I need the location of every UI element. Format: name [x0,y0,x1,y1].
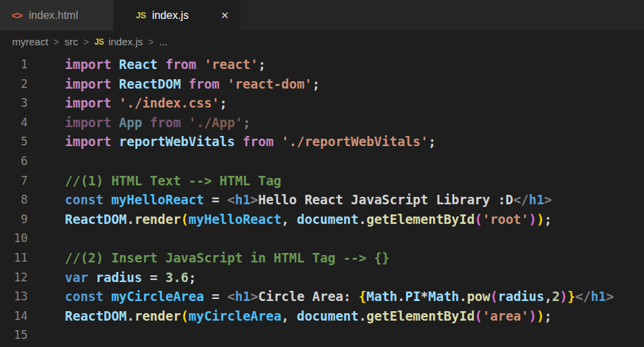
code-line[interactable]: 2import ReactDOM from 'react-dom'; [0,74,644,94]
code-line[interactable]: 4import App from './App'; [0,113,644,133]
code-line[interactable]: 15 [0,325,644,345]
line-number: 8 [0,190,28,210]
code-line[interactable]: 5import reportWebVitals from './reportWe… [0,132,644,152]
code-line[interactable]: 11//(2) Insert JavaScript in HTML Tag --… [0,248,644,268]
code-content: import './index.css'; [28,93,227,113]
code-content: import App from './App'; [28,113,251,133]
code-content [28,152,65,171]
chevron-right-icon: > [84,37,89,47]
chevron-right-icon: > [53,37,59,47]
code-content: import React from 'react'; [28,55,266,74]
line-number: 15 [0,325,28,345]
code-content: //(2) Insert JavaScript in HTML Tag --> … [28,248,389,268]
code-line[interactable]: 6 [0,152,644,171]
code-content: const myHelloReact = <h1>Hello React Jav… [28,190,552,210]
line-number: 14 [0,306,28,326]
chevron-right-icon: > [148,37,153,47]
code-line[interactable]: 13const myCircleArea = <h1>Circle Area: … [0,287,644,306]
line-number: 11 [0,248,28,268]
code-line[interactable]: 1import React from 'react'; [0,55,644,74]
code-line[interactable]: 14ReactDOM.render(myCircleArea, document… [0,306,644,326]
line-number: 12 [0,268,28,287]
code-content [28,325,65,345]
code-content [28,229,65,248]
line-number: 5 [0,132,28,152]
breadcrumb-item-symbol[interactable]: ... [159,36,168,47]
close-icon[interactable]: ✕ [218,9,231,22]
line-number: 2 [0,74,28,94]
tab-index-js[interactable]: JS index.js ✕ [114,0,241,30]
tab-label: index.js [152,9,189,22]
line-number: 7 [0,171,28,191]
breadcrumb-item-file[interactable]: index.js [108,36,143,47]
code-line[interactable]: 3import './index.css'; [0,93,644,113]
code-line[interactable]: 12var radius = 3.6; [0,268,644,287]
code-content: ReactDOM.render(myHelloReact, document.g… [28,210,552,229]
line-number: 9 [0,210,28,229]
tab-label: index.html [29,9,78,22]
code-content: ReactDOM.render(myCircleArea, document.g… [28,306,552,326]
breadcrumb-item-folder[interactable]: myreact [12,36,48,47]
code-content: import ReactDOM from 'react-dom'; [28,74,320,94]
js-file-icon: JS [95,37,104,47]
line-number: 3 [0,93,28,113]
code-content: var radius = 3.6; [28,268,197,287]
code-line[interactable]: 10 [0,229,644,248]
html-file-icon: <> [11,9,22,21]
code-content: import reportWebVitals from './reportWeb… [28,132,436,152]
code-line[interactable]: 9ReactDOM.render(myHelloReact, document.… [0,210,644,229]
tab-bar: <> index.html JS index.js ✕ [0,0,644,30]
line-number: 6 [0,152,28,171]
code-content: //(1) HTML Text --> HTML Tag [28,171,281,191]
line-number: 13 [0,287,28,306]
line-number: 10 [0,229,28,248]
code-editor[interactable]: 1import React from 'react';2import React… [0,53,644,345]
line-number: 1 [0,55,28,74]
line-number: 4 [0,113,28,133]
breadcrumb-item-subfolder[interactable]: src [65,36,78,47]
code-line[interactable]: 8const myHelloReact = <h1>Hello React Ja… [0,190,644,210]
code-line[interactable]: 7//(1) HTML Text --> HTML Tag [0,171,644,191]
code-content: const myCircleArea = <h1>Circle Area: {M… [28,287,614,306]
js-file-icon: JS [136,10,146,20]
breadcrumb: myreact > src > JS index.js > ... [0,30,644,53]
tab-index-html[interactable]: <> index.html [0,0,114,30]
